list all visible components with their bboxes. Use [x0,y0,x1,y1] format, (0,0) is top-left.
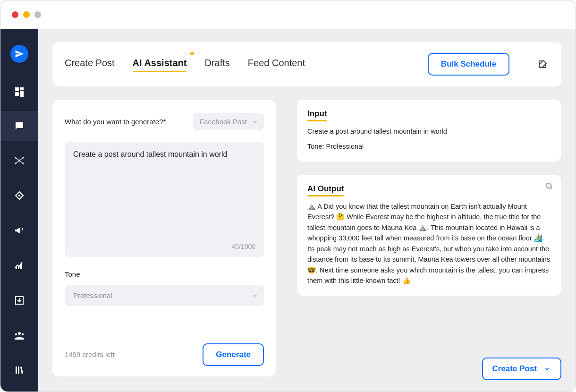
brand-logo[interactable] [10,45,28,63]
copy-button[interactable] [545,182,553,190]
sidebar-item-library[interactable] [13,364,25,376]
chat-icon [14,120,25,132]
sidebar-item-promote[interactable] [13,224,25,237]
diamond-icon [14,190,25,201]
input-panel-title: Input [307,109,327,121]
output-panel: AI Output ⛰️ A Did you know that the tal… [297,175,561,296]
sidebar-item-dashboard[interactable] [13,85,25,98]
compose-button[interactable] [536,58,549,71]
credits-remaining: 1499 credits left [65,350,115,358]
tab-feed-content[interactable]: Feed Content [248,58,305,71]
input-prompt-line: Create a post around tallest mountain in… [307,126,551,136]
post-type-value: Facebook Post [200,118,247,126]
app-window: Create Post AI Assistant ✦ Drafts Feed C… [0,0,576,392]
titlebar [0,0,576,29]
send-icon [15,49,24,59]
svg-rect-9 [548,185,551,188]
post-type-select[interactable]: Facebook Post [193,113,264,130]
tab-ai-assistant[interactable]: AI Assistant ✦ [133,58,187,71]
copy-icon [545,182,553,190]
sidebar-item-analytics[interactable] [13,259,25,272]
tab-drafts[interactable]: Drafts [204,58,229,71]
sidebar-item-target[interactable] [13,189,25,202]
input-panel: Input Create a post around tallest mount… [297,100,561,162]
topbar: Create Post AI Assistant ✦ Drafts Feed C… [52,42,561,86]
bulk-schedule-button[interactable]: Bulk Schedule [428,53,509,76]
chevron-down-icon [252,292,258,299]
chevron-down-icon [252,119,258,125]
sparkle-icon: ✦ [189,49,195,58]
tab-ai-assistant-label: AI Assistant [133,58,187,68]
svg-rect-10 [547,184,551,187]
window-close-dot[interactable] [12,11,18,18]
tone-label: Tone [65,270,264,278]
download-icon [14,295,25,306]
generator-card: What do you want to generate?* Facebook … [52,100,276,376]
analytics-icon [14,260,25,271]
edit-square-icon [537,59,548,70]
create-post-button[interactable]: Create Post [482,358,561,380]
window-maximize-dot[interactable] [34,11,41,18]
sidebar-item-network[interactable] [13,154,25,167]
generate-button[interactable]: Generate [203,343,264,366]
library-icon [14,365,25,376]
svg-point-5 [18,195,20,196]
sidebar-item-download[interactable] [13,294,25,307]
svg-point-7 [15,333,17,335]
output-body-text: ⛰️ A Did you know that the tallest mount… [307,201,551,286]
grid-icon [14,86,25,97]
window-minimize-dot[interactable] [23,11,30,18]
generate-question-label: What do you want to generate?* [65,118,166,126]
chevron-down-icon [543,365,551,373]
svg-point-8 [22,333,24,335]
team-icon [14,330,25,341]
sidebar-item-chat[interactable] [13,120,25,132]
output-panel-title: AI Output [307,184,344,196]
svg-point-6 [18,332,21,335]
tab-create-post[interactable]: Create Post [65,58,115,71]
char-counter: 40/1000 [231,243,255,250]
sidebar-item-team[interactable] [13,329,25,341]
main-area: Create Post AI Assistant ✦ Drafts Feed C… [38,29,576,392]
prompt-textarea[interactable]: Create a post around tallest mountain in… [65,142,264,257]
megaphone-icon [14,225,25,236]
prompt-text: Create a post around tallest mountain in… [73,150,255,159]
network-icon [14,155,25,166]
tone-select[interactable]: Professional [65,285,264,306]
tone-value: Professional [73,291,112,299]
create-post-label: Create Post [492,364,537,374]
input-tone-line: Tone: Professional [307,141,551,152]
sidebar [0,29,38,392]
